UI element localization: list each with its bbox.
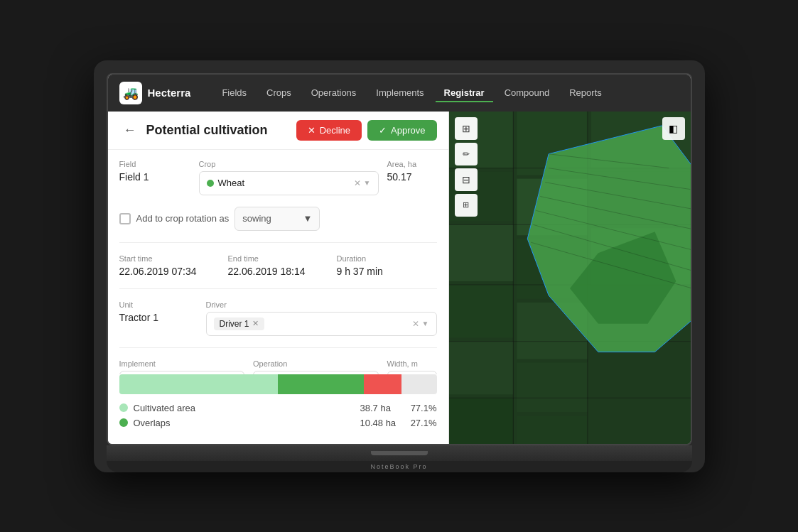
progress-cultivated-segment [119, 374, 279, 394]
start-time-group: Start time 22.06.2019 07:34 [119, 254, 220, 277]
crop-group: Crop Wheat ✕ ▼ [199, 160, 379, 195]
crop-rotation-label: Add to crop rotation as [136, 213, 230, 224]
laptop-notch [371, 451, 428, 455]
crop-input[interactable]: Wheat ✕ ▼ [199, 171, 379, 195]
decline-label: Decline [320, 125, 350, 136]
header-actions: ✕ Decline ✓ Approve [296, 120, 437, 141]
divider-1 [119, 242, 437, 243]
area-group: Area, ha 50.17 [387, 160, 437, 195]
map-zoom-out-button[interactable]: ⊟ [455, 168, 478, 191]
crop-value: Wheat [218, 178, 245, 188]
cultivated-legend-ha: 38.7 ha [360, 403, 403, 413]
content-area: ← Potential cultivation ✕ Decline ✓ Appr… [108, 112, 691, 444]
map-area: ⊞ ✏ ⊟ ⊞ ◧ [449, 112, 691, 444]
svg-rect-3 [449, 224, 513, 281]
laptop-bottom-bar: NoteBook Pro [107, 461, 692, 472]
end-time-value: 22.06.2019 18:14 [228, 266, 328, 277]
driver-label: Driver [206, 300, 437, 309]
width-label: Width, m [387, 359, 437, 368]
area-value: 50.17 [387, 171, 437, 183]
svg-rect-11 [517, 362, 588, 412]
crop-label: Crop [199, 160, 379, 168]
svg-rect-5 [449, 341, 513, 394]
map-layers-icon: ◧ [669, 123, 678, 134]
cultivated-legend-pct: 77.1% [409, 403, 437, 413]
svg-rect-4 [449, 284, 513, 337]
operation-group: Operation Cultivation ✕ ▼ [253, 359, 379, 374]
back-button[interactable]: ← [119, 121, 141, 139]
laptop-brand-label: NoteBook Pro [370, 463, 427, 470]
approve-button[interactable]: ✓ Approve [367, 120, 436, 141]
nav-link-implements[interactable]: Implements [367, 83, 432, 102]
crop-input-actions: ✕ ▼ [354, 178, 371, 188]
start-time-label: Start time [119, 254, 220, 263]
map-zoom-in-button[interactable]: ⊞ [455, 117, 478, 140]
progress-bar [119, 374, 437, 394]
driver-tag-remove-button[interactable]: ✕ [252, 319, 259, 328]
map-background: ⊞ ✏ ⊟ ⊞ ◧ [449, 112, 691, 444]
nav-link-compound[interactable]: Compound [496, 83, 559, 102]
crop-rotation-checkbox[interactable] [119, 213, 131, 224]
approve-label: Approve [391, 125, 425, 136]
overlaps-legend-ha: 10.48 ha [360, 418, 403, 428]
form-row-2: Start time 22.06.2019 07:34 End time 22.… [119, 254, 437, 277]
width-group: Width, m 6 ▲ ▼ [387, 359, 437, 374]
form-row-4: Implement Cultivator 1-JM ✕ ▼ [119, 359, 437, 374]
progress-red-segment [364, 374, 402, 394]
nav-link-crops[interactable]: Crops [258, 83, 300, 102]
navbar: 🚜 Hecterra Fields Crops Operations Imple… [108, 75, 691, 112]
approve-icon: ✓ [379, 125, 387, 136]
overlaps-legend-pct: 27.1% [409, 418, 437, 428]
unit-value: Tractor 1 [119, 312, 198, 323]
nav-link-registrar[interactable]: Registrar [436, 83, 493, 102]
form-row-3: Unit Tractor 1 Driver Driver 1 ✕ [119, 300, 437, 336]
duration-label: Duration [337, 254, 437, 263]
brand-name: Hecterra [148, 87, 191, 99]
map-toolbar: ⊞ ✏ ⊟ ⊞ [455, 117, 478, 217]
cultivated-legend-item: Cultivated area 38.7 ha 77.1% [119, 403, 437, 413]
driver-clear-button[interactable]: ✕ [412, 319, 419, 329]
svg-rect-6 [449, 398, 513, 444]
operation-label: Operation [253, 359, 379, 368]
area-label: Area, ha [387, 160, 437, 168]
field-label: Field [119, 160, 190, 168]
crop-clear-button[interactable]: ✕ [354, 178, 361, 188]
end-time-group: End time 22.06.2019 18:14 [228, 254, 328, 277]
duration-value: 9 h 37 min [337, 266, 437, 277]
driver-group: Driver Driver 1 ✕ ✕ ▼ [206, 300, 437, 336]
divider-3 [119, 347, 437, 348]
laptop-base [107, 445, 692, 461]
nav-link-fields[interactable]: Fields [213, 83, 255, 102]
divider-2 [119, 288, 437, 289]
implement-label: Implement [119, 359, 245, 368]
page-title: Potential cultivation [146, 123, 268, 138]
unit-label: Unit [119, 300, 198, 309]
driver-input[interactable]: Driver 1 ✕ ✕ ▼ [206, 312, 437, 336]
map-grid-button[interactable]: ⊞ [455, 194, 478, 217]
decline-button[interactable]: ✕ Decline [296, 120, 362, 141]
driver-tag: Driver 1 ✕ [214, 317, 264, 330]
overlaps-legend-label: Overlaps [134, 418, 355, 428]
progress-overlaps-segment [278, 374, 364, 394]
crop-rotation-select-value: sowing [242, 213, 271, 224]
field-value: Field 1 [119, 171, 190, 183]
field-group: Field Field 1 [119, 160, 190, 195]
crop-chevron-icon[interactable]: ▼ [364, 179, 371, 187]
overlaps-legend-item: Overlaps 10.48 ha 27.1% [119, 418, 437, 428]
crop-rotation-select[interactable]: sowing ▼ [234, 207, 320, 231]
cultivated-legend-label: Cultivated area [134, 403, 355, 413]
progress-section: Cultivated area 38.7 ha 77.1% Overlaps 1… [108, 374, 448, 444]
page-header: ← Potential cultivation ✕ Decline ✓ Appr… [108, 112, 448, 150]
nav-link-operations[interactable]: Operations [303, 83, 365, 102]
brand-logo-icon: 🚜 [123, 85, 139, 101]
brand-logo: 🚜 [119, 82, 142, 104]
cultivated-legend-dot [119, 403, 128, 412]
implement-group: Implement Cultivator 1-JM ✕ ▼ [119, 359, 245, 374]
crop-rotation-row: Add to crop rotation as sowing ▼ [119, 207, 437, 231]
end-time-label: End time [228, 254, 328, 263]
driver-chevron-icon[interactable]: ▼ [422, 320, 429, 327]
map-edit-button[interactable]: ✏ [455, 143, 478, 165]
nav-link-reports[interactable]: Reports [561, 83, 610, 102]
unit-group: Unit Tractor 1 [119, 300, 198, 336]
map-layers-button[interactable]: ◧ [662, 117, 685, 140]
